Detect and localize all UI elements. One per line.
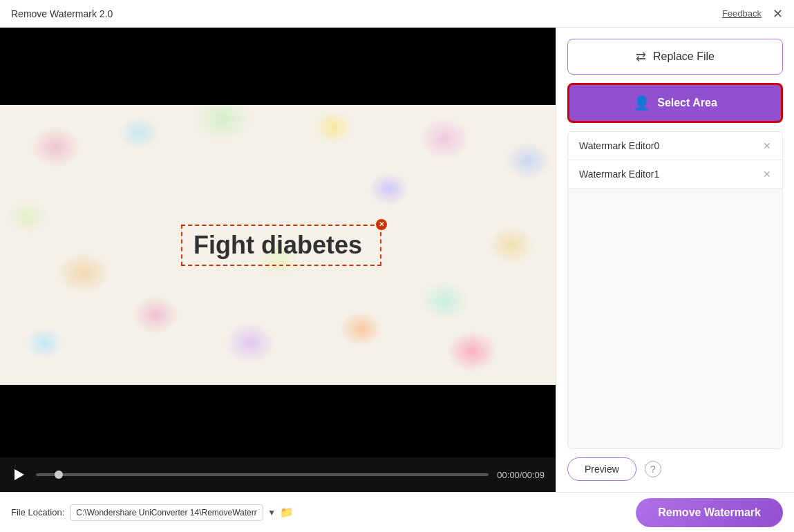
select-area-icon: 👤 bbox=[633, 95, 650, 111]
watermark-item-0[interactable]: Watermark Editor0 ✕ bbox=[568, 132, 782, 160]
main-content: Fight diabetes ✕ 00:00/00:09 bbox=[0, 28, 794, 492]
title-bar-right: Feedback ✕ bbox=[722, 8, 783, 20]
video-black-bar-top bbox=[0, 28, 556, 105]
title-bar: Remove Watermark 2.0 Feedback ✕ bbox=[0, 0, 794, 28]
file-location-section: File Location: ▼ 📁 bbox=[11, 504, 294, 521]
progress-thumb[interactable] bbox=[55, 471, 63, 479]
play-button[interactable] bbox=[11, 466, 28, 483]
watermark-item-label-1: Watermark Editor1 bbox=[579, 169, 659, 180]
replace-file-label: Replace File bbox=[653, 50, 715, 63]
watermark-item-label-0: Watermark Editor0 bbox=[579, 140, 659, 151]
watermark-item-close-0[interactable]: ✕ bbox=[763, 141, 771, 151]
replace-file-button[interactable]: ⇄ Replace File bbox=[567, 39, 783, 75]
video-area: Fight diabetes ✕ bbox=[0, 28, 556, 457]
progress-bar[interactable] bbox=[36, 473, 489, 476]
time-display: 00:00/00:09 bbox=[497, 470, 545, 480]
watermark-selection-close[interactable]: ✕ bbox=[376, 219, 387, 230]
dropdown-arrow-icon[interactable]: ▼ bbox=[267, 508, 276, 517]
watermark-selection-box[interactable]: ✕ bbox=[181, 225, 381, 266]
file-path-row: ▼ 📁 bbox=[70, 504, 294, 521]
help-icon-symbol: ? bbox=[650, 464, 656, 475]
video-frame: Fight diabetes ✕ bbox=[0, 105, 556, 385]
remove-watermark-button[interactable]: Remove Watermark bbox=[636, 498, 783, 527]
feedback-link[interactable]: Feedback bbox=[722, 8, 762, 19]
right-panel: ⇄ Replace File 👤 Select Area Watermark E… bbox=[556, 28, 794, 492]
watermark-list: Watermark Editor0 ✕ Watermark Editor1 ✕ bbox=[567, 131, 783, 449]
help-icon[interactable]: ? bbox=[645, 461, 661, 477]
folder-icon[interactable]: 📁 bbox=[280, 506, 294, 519]
video-panel: Fight diabetes ✕ 00:00/00:09 bbox=[0, 28, 556, 492]
select-area-label: Select Area bbox=[657, 97, 717, 109]
replace-icon: ⇄ bbox=[636, 49, 646, 64]
playback-bar: 00:00/00:09 bbox=[0, 457, 556, 492]
file-location-label: File Location: bbox=[11, 507, 64, 517]
app-title: Remove Watermark 2.0 bbox=[11, 8, 113, 19]
preview-row: Preview ? bbox=[567, 457, 783, 481]
preview-button[interactable]: Preview bbox=[567, 457, 636, 481]
video-black-bar-bottom bbox=[0, 385, 556, 457]
app-window: Remove Watermark 2.0 Feedback ✕ Fight di… bbox=[0, 0, 794, 532]
watermark-item-close-1[interactable]: ✕ bbox=[763, 169, 771, 179]
bottom-bar: File Location: ▼ 📁 Remove Watermark bbox=[0, 492, 794, 532]
close-button[interactable]: ✕ bbox=[773, 8, 783, 20]
play-icon bbox=[15, 469, 24, 480]
watermark-item-1[interactable]: Watermark Editor1 ✕ bbox=[568, 160, 782, 189]
select-area-button[interactable]: 👤 Select Area bbox=[567, 83, 783, 123]
file-path-input[interactable] bbox=[70, 504, 263, 521]
